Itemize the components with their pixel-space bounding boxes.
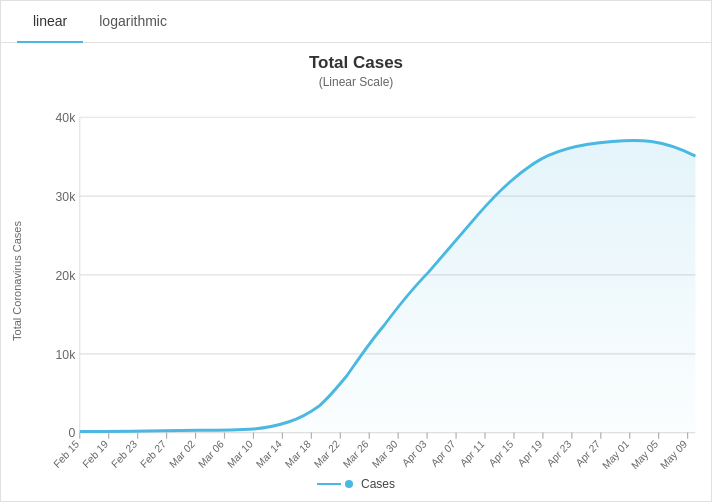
svg-text:Apr 19: Apr 19 bbox=[516, 438, 544, 469]
inner-chart: 40k 30k 20k 10k 0 bbox=[33, 93, 701, 469]
svg-text:Mar 22: Mar 22 bbox=[312, 438, 342, 469]
svg-text:Mar 30: Mar 30 bbox=[370, 438, 400, 469]
legend-dot-icon bbox=[345, 480, 353, 488]
svg-text:0: 0 bbox=[68, 425, 75, 441]
svg-text:20k: 20k bbox=[56, 267, 76, 283]
svg-text:Apr 15: Apr 15 bbox=[487, 438, 515, 469]
svg-text:Mar 06: Mar 06 bbox=[196, 438, 226, 469]
legend-label: Cases bbox=[361, 477, 395, 491]
chart-wrapper: Total Coronavirus Cases 40k 30k 20k bbox=[1, 93, 711, 469]
tab-linear[interactable]: linear bbox=[17, 1, 83, 43]
chart-legend: Cases bbox=[317, 469, 395, 501]
chart-area: Total Cases (Linear Scale) Total Coronav… bbox=[1, 43, 711, 501]
svg-text:May 09: May 09 bbox=[658, 438, 689, 469]
svg-text:Mar 02: Mar 02 bbox=[167, 438, 197, 469]
legend-line-icon bbox=[317, 483, 341, 485]
svg-text:Mar 10: Mar 10 bbox=[225, 438, 255, 469]
svg-text:Apr 27: Apr 27 bbox=[574, 438, 602, 469]
svg-text:Feb 23: Feb 23 bbox=[110, 438, 140, 469]
chart-title: Total Cases bbox=[309, 53, 403, 73]
y-axis-label-container: Total Coronavirus Cases bbox=[1, 93, 33, 469]
svg-text:Apr 03: Apr 03 bbox=[400, 438, 428, 469]
svg-text:May 05: May 05 bbox=[629, 438, 660, 469]
y-axis-label: Total Coronavirus Cases bbox=[11, 221, 23, 341]
svg-text:Feb 27: Feb 27 bbox=[138, 438, 168, 469]
svg-text:Mar 26: Mar 26 bbox=[341, 438, 371, 469]
chart-subtitle: (Linear Scale) bbox=[319, 75, 394, 89]
svg-text:May 01: May 01 bbox=[600, 438, 631, 469]
svg-text:Apr 07: Apr 07 bbox=[429, 438, 457, 469]
svg-text:Apr 11: Apr 11 bbox=[458, 438, 486, 469]
svg-text:Feb 19: Feb 19 bbox=[81, 438, 111, 469]
svg-text:Apr 23: Apr 23 bbox=[545, 438, 573, 469]
svg-text:Feb 15: Feb 15 bbox=[52, 438, 82, 469]
chart-svg: 40k 30k 20k 10k 0 bbox=[33, 93, 701, 469]
svg-text:30k: 30k bbox=[56, 188, 76, 204]
app-container: linear logarithmic Total Cases (Linear S… bbox=[0, 0, 712, 502]
svg-text:Mar 14: Mar 14 bbox=[254, 438, 284, 469]
tab-bar: linear logarithmic bbox=[1, 1, 711, 43]
svg-text:Mar 18: Mar 18 bbox=[283, 438, 313, 469]
svg-text:40k: 40k bbox=[56, 110, 76, 126]
svg-text:10k: 10k bbox=[56, 346, 76, 362]
tab-logarithmic[interactable]: logarithmic bbox=[83, 1, 183, 43]
